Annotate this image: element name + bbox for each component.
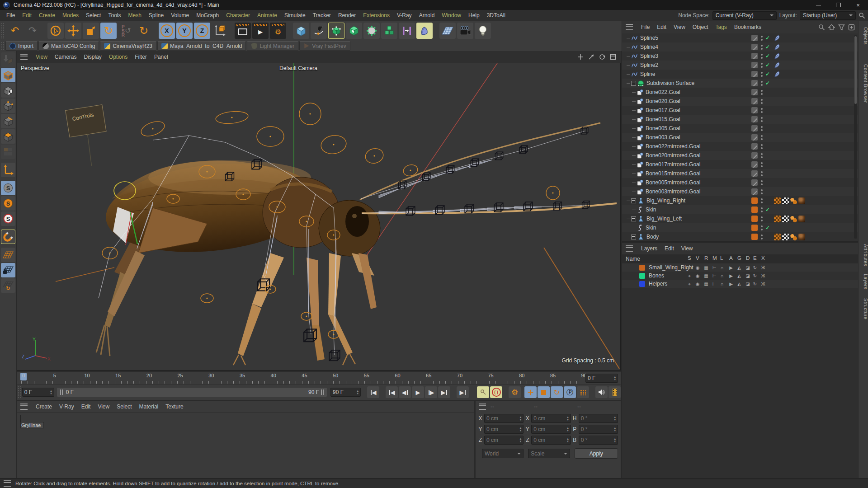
object-row[interactable]: Bone017mirrored.Goal: [622, 160, 859, 169]
visibility-icon[interactable]: ◉: [694, 272, 701, 280]
coord-value-field[interactable]: 0 cm▴▾: [531, 436, 571, 445]
object-name[interactable]: Body: [646, 234, 659, 240]
object-row[interactable]: Spline5✓: [622, 33, 859, 42]
enable-dots-toggle[interactable]: [761, 54, 763, 59]
enabled-check-icon[interactable]: ✓: [765, 44, 770, 50]
edit-toggle[interactable]: [751, 125, 758, 131]
material-menu-view[interactable]: View: [94, 404, 113, 410]
viewport-menu-filter[interactable]: Filter: [131, 54, 151, 60]
key-rotation-button[interactable]: ↻: [551, 386, 563, 398]
floor-button[interactable]: [439, 23, 456, 39]
material-menu-select[interactable]: Select: [113, 404, 135, 410]
lock-workplane-button[interactable]: [1, 263, 15, 277]
search-icon[interactable]: [818, 24, 825, 31]
play-button[interactable]: ▶: [412, 386, 424, 398]
menu-file[interactable]: File: [3, 12, 19, 19]
key-position-button[interactable]: [524, 386, 537, 398]
object-name[interactable]: Bone015.Goal: [646, 116, 680, 122]
coord-value-field[interactable]: 0 °▴▾: [579, 425, 618, 434]
edit-toggle[interactable]: [751, 80, 758, 86]
object-name[interactable]: Bone020.Goal: [646, 98, 680, 104]
spline-tag-tag[interactable]: [774, 44, 780, 51]
enable-dots-toggle[interactable]: [761, 180, 763, 185]
edit-toggle[interactable]: [751, 107, 758, 113]
object-row[interactable]: Bone005.Goal: [622, 124, 859, 133]
plugin-maya-arnold-to-c4d-arnold[interactable]: Maya_Arnold_to_C4D_Arnold: [157, 41, 246, 51]
menu-icon[interactable]: [20, 54, 28, 60]
autokey-button[interactable]: ( ): [490, 386, 502, 398]
workplane-mode-button[interactable]: [1, 163, 15, 177]
layer-color-chip[interactable]: [751, 197, 758, 204]
weight-tag[interactable]: [774, 234, 781, 240]
manager-icon[interactable]: ⊢: [711, 272, 718, 280]
object-row[interactable]: Spline4✓: [622, 42, 859, 52]
transport-grip[interactable]: [18, 386, 21, 398]
layer-row[interactable]: Helpers●◉▦⊢∩▶◭◪↻Ж: [622, 280, 859, 288]
last-tool-button[interactable]: ↻: [136, 23, 152, 39]
om-menu-bookmarks[interactable]: Bookmarks: [731, 24, 765, 30]
menu-icon[interactable]: [4, 480, 11, 487]
layer-color-chip[interactable]: [751, 206, 758, 213]
menu-icon[interactable]: [20, 404, 28, 410]
menu-mograph[interactable]: MoGraph: [193, 12, 222, 19]
phong-tag[interactable]: [790, 234, 797, 240]
layer-color-swatch[interactable]: [639, 265, 645, 271]
layer-color-swatch[interactable]: [639, 281, 645, 287]
menu-v-ray[interactable]: V-Ray: [393, 12, 415, 19]
object-row[interactable]: Skin✓: [622, 205, 859, 214]
model-mode-button[interactable]: [1, 68, 15, 82]
expander-icon[interactable]: [631, 198, 636, 203]
layer-name[interactable]: Bones: [649, 272, 664, 279]
generator-button[interactable]: [346, 23, 362, 39]
texture-tag[interactable]: [798, 234, 805, 240]
orbit-view-icon[interactable]: [599, 54, 605, 60]
coord-value-field[interactable]: 0 cm▴▾: [484, 414, 524, 423]
goto-start-button[interactable]: ◀: [367, 386, 379, 398]
object-name[interactable]: Bone017mirrored.Goal: [646, 161, 700, 168]
manager-icon[interactable]: ⊢: [711, 263, 718, 272]
texture-mode-button[interactable]: [1, 83, 15, 98]
enable-dots-toggle[interactable]: [761, 189, 763, 194]
enable-dots-toggle[interactable]: [761, 36, 763, 41]
plugin-vray-fastprev[interactable]: Vray FastPrev: [299, 41, 350, 51]
layer-name[interactable]: Helpers: [649, 281, 667, 287]
current-frame-field[interactable]: 0 F ▴▾: [585, 374, 618, 383]
object-name[interactable]: Bone020mirrored.Goal: [646, 152, 700, 159]
enabled-check-icon[interactable]: ✓: [765, 62, 770, 68]
menu-volume[interactable]: Volume: [167, 12, 193, 19]
fields-button[interactable]: [399, 23, 415, 39]
edge-mode-button[interactable]: [1, 114, 15, 128]
edit-toggle[interactable]: [751, 35, 758, 41]
edit-toggle[interactable]: [751, 161, 758, 168]
layer-color-swatch[interactable]: [639, 273, 645, 279]
animation-icon[interactable]: ▶: [727, 263, 735, 272]
solo-icon[interactable]: ●: [686, 263, 693, 272]
layout-select[interactable]: Startup (User): [800, 11, 856, 20]
sound-button[interactable]: [595, 386, 608, 398]
object-name[interactable]: Spline4: [640, 44, 658, 50]
minimize-button[interactable]: [808, 0, 828, 10]
close-button[interactable]: ×: [848, 0, 868, 10]
object-row[interactable]: Bone022mirrored.Goal: [622, 142, 859, 151]
enable-dots-toggle[interactable]: [761, 108, 763, 113]
generators-icon[interactable]: ◭: [736, 272, 743, 280]
add-object-icon[interactable]: [848, 24, 855, 31]
undo-button[interactable]: ↶: [7, 23, 23, 39]
menu-animate[interactable]: Animate: [254, 12, 281, 19]
enable-dots-toggle[interactable]: [761, 81, 763, 86]
object-name[interactable]: Bone022mirrored.Goal: [646, 143, 700, 150]
scale-tool-button[interactable]: [83, 23, 99, 39]
object-name[interactable]: Spline: [640, 71, 655, 77]
material-item[interactable]: Gryllinae: [20, 415, 44, 428]
key-parameter-button[interactable]: Ⓟ: [564, 386, 576, 398]
toolbar-grip[interactable]: [1, 23, 5, 38]
object-row[interactable]: Bone003.Goal: [622, 133, 859, 142]
plugin-maxtoc4d-config[interactable]: MaxToC4D Config: [38, 41, 99, 51]
enable-dots-toggle[interactable]: [761, 162, 763, 167]
edit-toggle[interactable]: [751, 116, 758, 122]
lock-icon[interactable]: ∩: [718, 263, 726, 272]
expressions-icon[interactable]: ↻: [751, 280, 759, 288]
rotate-tool-button[interactable]: ↻: [100, 23, 117, 39]
solo-icon[interactable]: ●: [686, 272, 693, 280]
menu-character[interactable]: Character: [222, 12, 254, 19]
